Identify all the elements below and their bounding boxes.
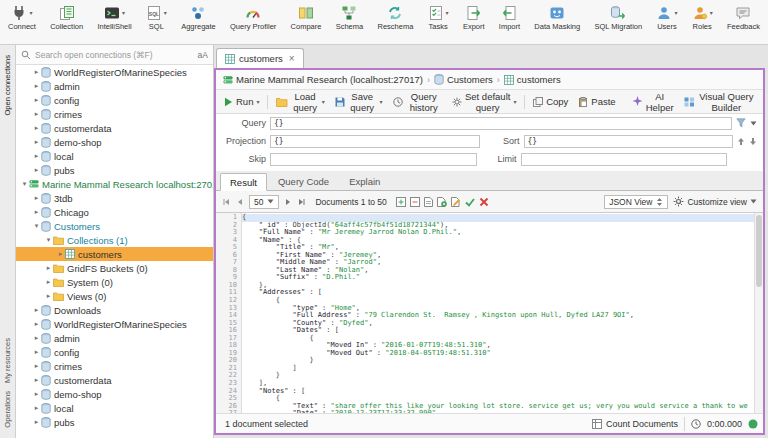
load-query-button[interactable]: Load query ▾ (274, 89, 327, 115)
tree-item-downloads[interactable]: ▸Downloads (16, 303, 213, 317)
topbar-button-sql[interactable]: SQL▾SQL (144, 4, 169, 31)
expander-icon[interactable]: ▸ (32, 334, 41, 342)
topbar-button-schema[interactable]: Schema (334, 4, 366, 31)
breadcrumb-collection[interactable]: customers (504, 74, 561, 85)
delete-document-icon[interactable] (479, 197, 489, 207)
tree-item-crimes[interactable]: ▸crimes (16, 107, 213, 121)
tree-item-worldregisterofmarinespecies[interactable]: ▸WorldRegisterOfMarineSpecies (16, 317, 213, 331)
topbar-button-import[interactable]: Import (497, 4, 522, 31)
expander-icon[interactable]: ▸ (32, 404, 41, 412)
ai-helper-button[interactable]: AI Helper (630, 89, 676, 115)
expander-icon[interactable]: ▸ (32, 194, 41, 202)
topbar-button-roles[interactable]: ▾Roles (690, 4, 715, 31)
customize-view-button[interactable]: Customize view (673, 196, 757, 207)
limit-input[interactable] (521, 153, 728, 166)
match-case-toggle[interactable]: aA (198, 50, 208, 60)
query-history-button[interactable]: Query history (391, 89, 444, 115)
tree-item-crimes[interactable]: ▸crimes (16, 359, 213, 373)
tree-item-pubs[interactable]: ▸pubs (16, 415, 213, 429)
tree-item-customerdata[interactable]: ▸customerdata (16, 373, 213, 387)
topbar-button-export[interactable]: Export (461, 4, 487, 31)
expander-icon[interactable]: ▸ (32, 68, 41, 76)
edit-document-icon[interactable] (451, 197, 461, 207)
projection-input[interactable] (270, 135, 480, 148)
topbar-button-query-profiler[interactable]: Query Profiler (228, 4, 278, 31)
vertical-scrollbar[interactable] (754, 213, 763, 413)
expander-icon[interactable]: ▸ (32, 390, 41, 398)
expand-documents-icon[interactable] (396, 197, 406, 207)
tree-item-admin[interactable]: ▸admin (16, 331, 213, 345)
expander-icon[interactable]: ▸ (44, 264, 53, 272)
expander-icon[interactable]: ▸ (44, 292, 53, 300)
previous-page-icon[interactable] (236, 198, 244, 206)
add-document-icon[interactable] (437, 197, 447, 207)
topbar-button-compare[interactable]: Compare (289, 4, 324, 31)
tree-item-demo-shop[interactable]: ▸demo-shop (16, 135, 213, 149)
tree-item-local[interactable]: ▸local (16, 401, 213, 415)
breadcrumb-database[interactable]: Customers (434, 74, 493, 85)
expander-icon[interactable]: ▸ (56, 250, 65, 258)
topbar-button-sql-migration[interactable]: SQL Migration (592, 4, 644, 31)
tree-item-gridfs-buckets-0[interactable]: ▸GridFS Buckets (0) (16, 261, 213, 275)
expander-icon[interactable]: ▾ (32, 222, 41, 230)
save-query-button[interactable]: Save query ▾ (333, 89, 385, 115)
expander-icon[interactable]: ▸ (32, 138, 41, 146)
tree-item-pubs[interactable]: ▸pubs (16, 163, 213, 177)
expander-icon[interactable]: ▸ (32, 208, 41, 216)
topbar-button-tasks[interactable]: ▾Tasks (426, 4, 451, 31)
topbar-button-feedback[interactable]: Feedback (725, 4, 762, 31)
tree-item-system-0[interactable]: ▸System (0) (16, 275, 213, 289)
expander-icon[interactable]: ▸ (32, 124, 41, 132)
expander-icon[interactable]: ▸ (32, 306, 41, 314)
set-default-query-button[interactable]: Set default query ▾ (450, 89, 519, 115)
tree-item-local[interactable]: ▸local (16, 149, 213, 163)
tab-query-code[interactable]: Query Code (269, 172, 338, 190)
tree-item-config[interactable]: ▸config (16, 93, 213, 107)
topbar-button-data-masking[interactable]: Data Masking (532, 4, 582, 31)
breadcrumb-connection[interactable]: Marine Mammal Research (localhost:27017) (223, 74, 423, 85)
topbar-button-collection[interactable]: Collection (48, 4, 85, 31)
sort-ascending-icon[interactable] (737, 137, 745, 146)
rail-tab-operations[interactable]: Operations (3, 387, 12, 432)
tab-customers[interactable]: customers × (216, 48, 304, 68)
tree-item-worldregisterofmarinespecies[interactable]: ▸WorldRegisterOfMarineSpecies (16, 65, 213, 79)
expander-icon[interactable]: ▸ (32, 82, 41, 90)
last-page-icon[interactable] (297, 198, 306, 206)
next-page-icon[interactable] (284, 198, 292, 206)
tab-explain[interactable]: Explain (340, 172, 389, 190)
tree-search-row[interactable]: Search open connections (⌘F) aA (16, 45, 213, 65)
expander-icon[interactable]: ▸ (32, 166, 41, 174)
topbar-button-reschema[interactable]: Reschema (375, 4, 415, 31)
skip-input[interactable] (270, 153, 477, 166)
query-input[interactable] (270, 117, 732, 130)
tree-item-admin[interactable]: ▸admin (16, 79, 213, 93)
copy-button[interactable]: Copy (531, 94, 570, 109)
search-input[interactable]: Search open connections (⌘F) (35, 50, 194, 60)
expander-icon[interactable]: ▸ (32, 418, 41, 426)
sort-input[interactable] (524, 135, 734, 148)
filter-funnel-icon[interactable] (736, 118, 746, 128)
close-icon[interactable]: × (289, 53, 295, 64)
topbar-button-intellishell[interactable]: ▾IntelliShell (95, 4, 133, 31)
count-documents-button[interactable]: Count Documents (592, 419, 678, 429)
expander-icon[interactable]: ▸ (32, 348, 41, 356)
sort-descending-icon[interactable] (749, 137, 757, 146)
page-size-select[interactable]: 50 (249, 195, 279, 209)
tree-item-customerdata[interactable]: ▸customerdata (16, 121, 213, 135)
topbar-button-aggregate[interactable]: Aggregate (179, 4, 218, 31)
visual-query-builder-button[interactable]: Visual Query Builder (682, 89, 757, 115)
scrollbar-thumb[interactable] (756, 215, 762, 287)
expander-icon[interactable]: ▾ (20, 180, 29, 188)
tree-item-collections-1[interactable]: ▾Collections (1) (16, 233, 213, 247)
expander-icon[interactable]: ▸ (32, 110, 41, 118)
tree-item-customers[interactable]: ▾Customers (16, 219, 213, 233)
validate-document-icon[interactable] (465, 197, 475, 207)
tree-item-customers[interactable]: ▸customers (16, 247, 213, 261)
expander-icon[interactable]: ▾ (44, 236, 53, 244)
view-document-icon[interactable] (424, 197, 433, 207)
first-page-icon[interactable] (222, 198, 231, 206)
chevron-down-icon[interactable] (750, 121, 757, 126)
expander-icon[interactable]: ▸ (32, 96, 41, 104)
tree-item-config[interactable]: ▸config (16, 345, 213, 359)
tree-item-marine-mammal-research-localhost-27017[interactable]: ▾Marine Mammal Research localhost:27017 (16, 177, 213, 191)
